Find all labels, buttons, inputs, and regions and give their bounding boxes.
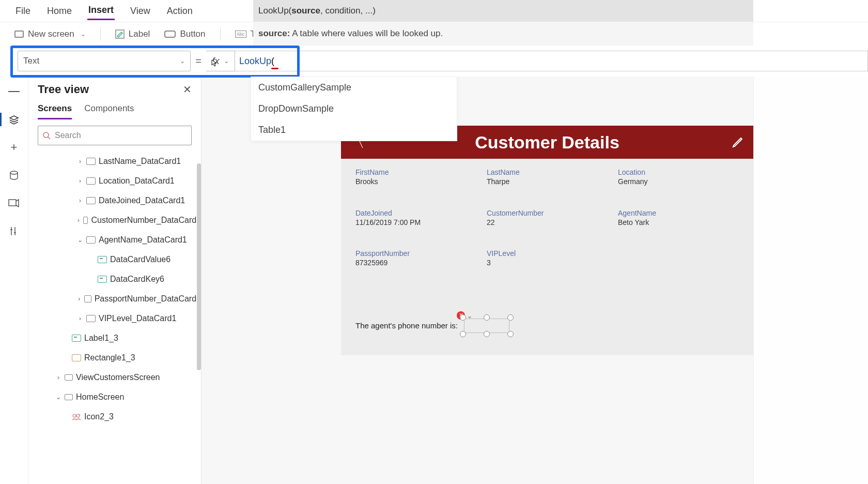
phone-label-text: The agent's phone number is: <box>355 321 458 330</box>
resize-handle[interactable] <box>460 331 466 337</box>
suggestion-dropdownsample[interactable]: DropDownSample <box>251 98 457 119</box>
intellisense-popup: CustomGallerySample DropDownSample Table… <box>251 77 457 141</box>
suggestion-customgallerysample[interactable]: CustomGallerySample <box>251 77 457 98</box>
main-area: + Tree view ✕ Screens Components Search … <box>0 77 868 484</box>
tree-item-customernumber-datacard[interactable]: ›CustomerNumber_DataCard1 <box>30 210 201 230</box>
formula-open-paren: ( <box>271 56 274 67</box>
close-icon[interactable]: ✕ <box>183 83 192 96</box>
tree-item-home-screen[interactable]: ⌄HomeScreen <box>30 387 201 407</box>
field-value: 22 <box>487 218 608 226</box>
tree-item-datacardvalue6[interactable]: DataCardValue6 <box>30 250 201 269</box>
menu-action[interactable]: Action <box>166 3 194 20</box>
field-firstname: FirstNameBrooks <box>355 168 476 206</box>
label-control-icon <box>98 256 107 263</box>
fx-button[interactable]: fx ⌄ <box>206 51 235 71</box>
chevron-right-icon[interactable]: › <box>77 158 83 165</box>
resize-handle[interactable] <box>507 331 514 337</box>
resize-handle[interactable] <box>460 314 466 321</box>
label-icon <box>115 29 125 39</box>
menu-view[interactable]: View <box>129 3 151 20</box>
tree-item-label: Location_DataCard1 <box>99 176 175 186</box>
media-rail-button[interactable] <box>8 198 20 209</box>
field-passportnumber: PassportNumber87325969 <box>355 249 476 287</box>
data-rail-button[interactable] <box>8 170 20 181</box>
field-label: FirstName <box>355 168 476 176</box>
field-location: LocationGermany <box>618 168 739 206</box>
chevron-down-icon[interactable]: ⌄ <box>77 236 83 244</box>
tree-item-passport-datacard[interactable]: ›PassportNumber_DataCard1 <box>30 289 201 309</box>
phone-label-row: The agent's phone number is: ✕ ⌄ <box>355 306 739 346</box>
hint-rest: , condition, ...) <box>320 6 376 16</box>
tree-scrollbar[interactable] <box>197 163 201 463</box>
tree-item-datacardkey6[interactable]: DataCardKey6 <box>30 269 201 289</box>
datacard-icon <box>86 236 96 244</box>
chevron-right-icon[interactable]: › <box>77 217 80 224</box>
tab-components[interactable]: Components <box>84 103 134 119</box>
field-viplevel: VIPLevel3 <box>487 249 608 287</box>
tree-item-label: Rectangle1_3 <box>84 353 135 362</box>
group-icon: + <box>72 413 81 420</box>
tree-item-location-datacard[interactable]: ›Location_DataCard1 <box>30 171 201 191</box>
field-label: Location <box>618 168 739 176</box>
tree-search-input[interactable]: Search <box>38 126 192 145</box>
tree-item-icon2-3[interactable]: + Icon2_3 <box>30 407 201 427</box>
insert-label-button[interactable]: Label <box>115 29 150 39</box>
formula-input[interactable]: LookUp( <box>235 51 868 71</box>
tree-item-label1-3[interactable]: Label1_3 <box>30 328 201 348</box>
chevron-down-icon[interactable]: ⌄ <box>55 394 61 401</box>
tree-item-label: DateJoined_DataCard1 <box>99 196 185 205</box>
field-customernumber: CustomerNumber22 <box>487 209 608 247</box>
scrollbar-thumb[interactable] <box>197 163 201 370</box>
menu-file[interactable]: File <box>14 3 32 20</box>
tree-item-datejoined-datacard[interactable]: ›DateJoined_DataCard1 <box>30 191 201 210</box>
advanced-tools-rail-button[interactable] <box>8 225 20 237</box>
equals-sign: = <box>191 55 206 67</box>
hamburger-icon[interactable] <box>8 86 20 97</box>
field-value: Brooks <box>355 177 476 186</box>
tree-tabs: Screens Components <box>28 98 201 119</box>
insert-rail-button[interactable]: + <box>8 142 20 153</box>
tree-item-viewcustomers-screen[interactable]: ›ViewCustomersScreen <box>30 368 201 387</box>
chevron-right-icon[interactable]: › <box>77 197 83 204</box>
chevron-right-icon[interactable]: › <box>55 374 61 381</box>
chevron-right-icon[interactable]: › <box>77 177 83 185</box>
datacard-icon <box>86 315 96 322</box>
property-selector[interactable]: Text ⌄ <box>18 51 191 71</box>
tree-item-label: PassportNumber_DataCard1 <box>95 294 201 304</box>
resize-handle[interactable] <box>507 314 514 321</box>
tree-item-label: AgentName_DataCard1 <box>99 235 187 245</box>
property-name: Text <box>23 56 39 66</box>
insert-button-button[interactable]: Button <box>164 29 205 39</box>
tree-item-lastname-datacard[interactable]: ›LastName_DataCard1 <box>30 152 201 171</box>
field-value: Germany <box>618 177 739 186</box>
tree-item-vip-datacard[interactable]: ›VIPLevel_DataCard1 <box>30 309 201 328</box>
selected-label-control[interactable]: ✕ ⌄ <box>461 315 513 336</box>
svg-text:+: + <box>79 413 81 417</box>
resize-handle[interactable] <box>484 314 490 321</box>
tree-view-rail-button[interactable] <box>8 114 20 125</box>
menu-home[interactable]: Home <box>46 3 73 20</box>
tree-item-label: DataCardKey6 <box>110 275 164 284</box>
datacard-icon <box>84 295 91 303</box>
label-control-icon <box>98 276 107 283</box>
chevron-down-icon: ⌄ <box>81 31 86 38</box>
suggestion-table1[interactable]: Table1 <box>251 119 457 141</box>
tree-item-rectangle1-3[interactable]: Rectangle1_3 <box>30 348 201 368</box>
right-properties-collapsed[interactable] <box>753 77 868 484</box>
chevron-down-icon[interactable]: ⌄ <box>467 312 472 320</box>
edit-icon[interactable] <box>732 136 744 148</box>
hint-bold-arg: source <box>291 6 320 16</box>
chevron-right-icon[interactable]: › <box>77 295 81 303</box>
datacard-icon <box>86 158 96 165</box>
new-screen-label: New screen <box>28 29 74 39</box>
resize-handle[interactable] <box>484 331 490 337</box>
tab-screens[interactable]: Screens <box>38 103 72 119</box>
desc-text: A table where values will be looked up. <box>290 28 443 38</box>
tree-item-agentname-datacard[interactable]: ⌄AgentName_DataCard1 <box>30 230 201 250</box>
new-screen-button[interactable]: New screen ⌄ <box>14 29 86 39</box>
field-label: CustomerNumber <box>487 209 608 217</box>
chevron-down-icon: ⌄ <box>224 57 229 65</box>
sliders-icon <box>9 226 19 236</box>
menu-insert[interactable]: Insert <box>87 2 115 20</box>
chevron-right-icon[interactable]: › <box>77 315 83 322</box>
